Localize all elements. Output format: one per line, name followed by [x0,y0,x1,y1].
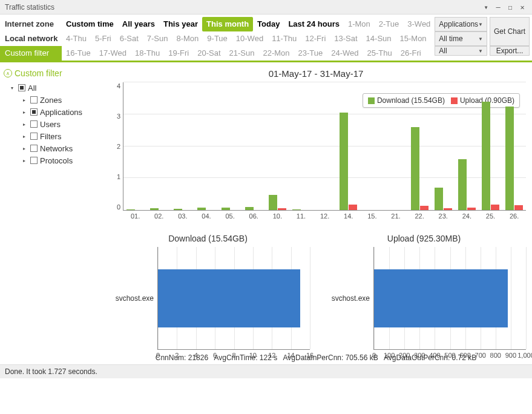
tree-item-networks[interactable]: ▸Networks [23,142,103,154]
period-17-wed[interactable]: 17-Wed [95,46,131,61]
collapse-icon: ∧ [4,69,12,77]
period-all-years[interactable]: All years [118,17,159,31]
download-by-app-chart: Download (15.54GB) svchost.exe 024681012… [106,234,310,350]
bar-11.: 11. [289,82,313,210]
tree-item-protocols[interactable]: ▸Protocols [23,154,103,166]
period-this-month[interactable]: This month [202,17,253,31]
status-bar: Done. It took 1.727 seconds. [0,364,532,378]
bar-14.: 14. [337,82,360,210]
chart-title: 01-May-17 - 31-May-17 [106,68,526,79]
bar-24.: 24. [455,82,479,210]
bar-01.: 01. [123,82,147,210]
bar-26.: 26. [502,82,526,210]
period-2-tue[interactable]: 2-Tue [375,17,403,31]
tree-item-filters[interactable]: ▸Filters [23,130,103,142]
applications-combo[interactable]: Applications▼ [435,17,487,31]
period-15-mon[interactable]: 15-Mon [396,31,431,46]
period-23-tue[interactable]: 23-Tue [294,46,327,61]
tree-item-all[interactable]: ▾All [11,82,103,94]
period-11-thu[interactable]: 11-Thu [268,31,301,46]
period-16-tue[interactable]: 16-Tue [62,46,95,61]
period-last-24-hours[interactable]: Last 24 hours [284,17,344,31]
window-title: Traffic statistics [5,3,480,12]
bar-06.: 06. [242,82,266,210]
period-8-mon[interactable]: 8-Mon [172,31,203,46]
tree-item-applications[interactable]: ▸Applications [23,106,103,118]
topbar: Internet zoneLocal network zoneCustom fi… [0,15,532,62]
period-22-mon[interactable]: 22-Mon [258,46,294,61]
bar-23.: 23. [432,82,455,210]
dropdown-icon[interactable]: ▾ [480,3,492,12]
bar-05.: 05. [218,82,242,210]
bar-12.: 12. [313,82,337,210]
bar-21.: 21. [384,82,407,210]
all-combo[interactable]: All▼ [435,46,487,56]
get-chart-button[interactable]: Get Chart [490,17,530,46]
bar-25.: 25. [479,82,502,210]
period-today[interactable]: Today [253,17,284,31]
titlebar: Traffic statistics ▾ — ☐ ✕ [0,0,532,15]
bar-04.: 04. [194,82,218,210]
zone-internet-zone[interactable]: Internet zone [0,17,62,31]
zone-custom-filter[interactable]: Custom filter [0,46,62,61]
period-21-sun[interactable]: 21-Sun [225,46,259,61]
period-6-sat[interactable]: 6-Sat [116,31,143,46]
period-14-sun[interactable]: 14-Sun [362,31,396,46]
period-1-mon[interactable]: 1-Mon [344,17,375,31]
period-20-sat[interactable]: 20-Sat [193,46,225,61]
bar-03.: 03. [171,82,194,210]
period-24-wed[interactable]: 24-Wed [327,46,363,61]
period-26-fri[interactable]: 26-Fri [396,46,425,61]
custom-filter-header[interactable]: ∧ Custom filter [4,68,103,78]
period-10-wed[interactable]: 10-Wed [232,31,268,46]
period-7-sun[interactable]: 7-Sun [143,31,172,46]
close-icon[interactable]: ✕ [516,3,528,12]
upload-by-app-chart: Upload (925.30MB) svchost.exe 0100200300… [322,234,526,350]
tree-item-zones[interactable]: ▸Zones [23,94,103,106]
time-combo[interactable]: All time▼ [435,31,487,46]
bar-15.: 15. [360,82,384,210]
period-9-tue[interactable]: 9-Tue [203,31,231,46]
bar-02.: 02. [147,82,171,210]
tree-item-users[interactable]: ▸Users [23,118,103,130]
zone-local-network-zone[interactable]: Local network zone [0,31,62,46]
period-3-wed[interactable]: 3-Wed [403,17,435,31]
daily-traffic-chart: Download (15.54GB)Upload (0.90GB) 43210 … [106,82,526,222]
export-button[interactable]: Export... [490,46,530,56]
bar-22.: 22. [408,82,432,210]
period-19-fri[interactable]: 19-Fri [164,46,193,61]
period-this-year[interactable]: This year [159,17,202,31]
period-13-sat[interactable]: 13-Sat [330,31,361,46]
period-18-thu[interactable]: 18-Thu [131,46,164,61]
bar-10.: 10. [266,82,289,210]
period-5-fri[interactable]: 5-Fri [91,31,116,46]
maximize-icon[interactable]: ☐ [504,3,516,12]
period-custom-time[interactable]: Custom time [62,17,118,31]
period-4-thu[interactable]: 4-Thu [62,31,91,46]
period-25-thu[interactable]: 25-Thu [363,46,396,61]
minimize-icon[interactable]: — [492,3,504,12]
period-12-fri[interactable]: 12-Fri [301,31,330,46]
